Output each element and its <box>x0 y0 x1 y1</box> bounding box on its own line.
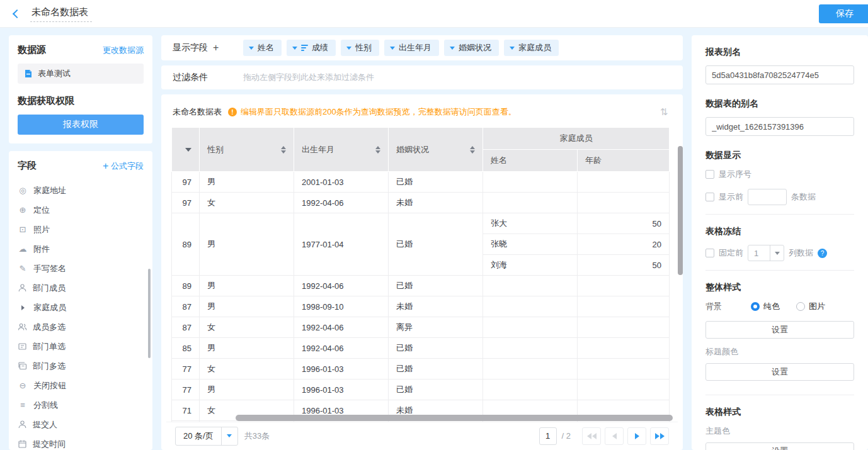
chevron-down-icon[interactable] <box>390 47 395 50</box>
vertical-scrollbar[interactable] <box>678 146 683 275</box>
filter-card: 过滤条件 拖动左侧字段到此处来添加过滤条件 <box>161 65 683 89</box>
field-item-submit-time[interactable]: 提交时间 <box>18 434 144 450</box>
freeze-checkbox[interactable] <box>705 249 714 257</box>
table-row[interactable]: 89男1977-01-04已婚 张大50 <box>172 213 670 234</box>
change-datasource-link[interactable]: 更改数据源 <box>103 45 144 56</box>
table-row[interactable]: 77男1996-01-03已婚 <box>172 380 670 400</box>
prev-page-button[interactable] <box>605 427 624 445</box>
chevron-down-icon[interactable] <box>450 47 455 50</box>
next-page-button[interactable] <box>627 427 646 445</box>
datasource-name: 表单测试 <box>38 68 71 79</box>
chip-name[interactable]: 姓名 <box>243 40 282 56</box>
form-document-icon <box>24 69 33 78</box>
field-item-dept-member[interactable]: 部门成员 <box>18 278 144 298</box>
field-item-locate[interactable]: 定位 <box>18 200 144 220</box>
family-age-header[interactable]: 年龄 <box>578 150 670 172</box>
marital-column-header[interactable]: 婚姻状况 <box>389 128 483 172</box>
table-alias-title: 数据表的别名 <box>705 98 854 110</box>
chevron-down-icon[interactable] <box>346 47 351 50</box>
fields-scrollbar[interactable] <box>148 269 151 358</box>
divider <box>705 395 854 395</box>
chevron-down-icon[interactable] <box>249 47 254 50</box>
field-item-dept-multi[interactable]: 部门多选 <box>18 356 144 376</box>
background-set-button[interactable]: 设置 <box>705 321 854 339</box>
family-group-header: 家庭成员 <box>483 128 670 150</box>
left-sidebar: 数据源 更改数据源 表单测试 数据获取权限 报表权限 字段 公式字段 家庭地址 … <box>9 35 152 450</box>
row-limit-input[interactable] <box>748 189 787 205</box>
add-formula-field-link[interactable]: 公式字段 <box>103 160 144 172</box>
field-item-photo[interactable]: 照片 <box>18 220 144 239</box>
page-title[interactable]: 未命名数据表 <box>30 5 92 22</box>
field-label: 定位 <box>33 205 50 216</box>
field-label: 家庭地址 <box>33 185 66 196</box>
sort-arrows-icon[interactable] <box>281 146 286 154</box>
horizontal-scrollbar[interactable] <box>236 415 673 421</box>
sort-toggle-icon[interactable] <box>655 103 673 121</box>
field-item-dept-single[interactable]: 部门单选 <box>18 337 144 356</box>
theme-color-set-button[interactable]: 设置 <box>705 442 854 450</box>
chip-birth[interactable]: 出生年月 <box>384 40 439 56</box>
gender-column-header[interactable]: 性别 <box>200 128 294 172</box>
table-row[interactable]: 77女1996-01-03已婚 <box>172 359 670 380</box>
filter-dropzone[interactable]: 拖动左侧字段到此处来添加过滤条件 <box>243 72 374 83</box>
chip-family[interactable]: 家庭成员 <box>504 40 559 56</box>
bg-image-option[interactable]: 图片 <box>796 301 825 312</box>
table-row[interactable]: 97男2001-01-03已婚 <box>172 172 670 193</box>
total-pages: / 2 <box>562 431 571 441</box>
help-icon[interactable] <box>818 249 827 258</box>
save-button[interactable]: 保存 <box>819 4 868 23</box>
family-name-header[interactable]: 姓名 <box>483 150 578 172</box>
table-row[interactable]: 87女1992-04-06离异 <box>172 317 670 338</box>
page-size-select[interactable]: 20 条/页 <box>175 427 238 446</box>
chip-gender[interactable]: 性别 <box>341 40 379 56</box>
back-icon[interactable] <box>13 9 21 18</box>
table-row[interactable]: 89男1992-04-06已婚 <box>172 276 670 296</box>
field-item-submitter[interactable]: 提交人 <box>18 415 144 434</box>
chip-label: 姓名 <box>258 42 274 53</box>
field-item-member-multi[interactable]: 成员多选 <box>18 317 144 337</box>
show-index-checkbox[interactable] <box>705 170 714 179</box>
chevron-down-icon <box>227 434 232 437</box>
field-item-divider[interactable]: 分割线 <box>18 395 144 415</box>
field-item-attachment[interactable]: 附件 <box>18 239 144 259</box>
topbar: 未命名数据表 保存 <box>0 0 868 28</box>
bg-solid-option[interactable]: 纯色 <box>751 301 780 312</box>
table-row[interactable]: 97女1992-04-06未婚 <box>172 193 670 213</box>
field-item-signature[interactable]: 手写签名 <box>18 259 144 278</box>
datasource-item[interactable]: 表单测试 <box>18 64 144 84</box>
table-row[interactable]: 87男1998-09-10未婚 <box>172 296 670 317</box>
freeze-count-select[interactable]: 1 <box>748 245 784 261</box>
report-alias-input[interactable] <box>705 65 854 84</box>
chip-marital[interactable]: 婚姻状况 <box>444 40 499 56</box>
field-item-address[interactable]: 家庭地址 <box>18 181 144 200</box>
chip-label: 性别 <box>355 42 372 53</box>
sort-arrows-icon[interactable] <box>470 146 475 154</box>
report-permission-button[interactable]: 报表权限 <box>18 115 144 135</box>
first-page-button[interactable] <box>582 427 601 445</box>
score-column-header[interactable] <box>172 128 200 172</box>
table-style-title: 表格样式 <box>705 407 854 418</box>
column-menu-caret-icon[interactable] <box>185 148 191 152</box>
birth-column-header[interactable]: 出生年月 <box>294 128 389 172</box>
show-first-checkbox[interactable] <box>705 193 714 201</box>
submit-time-icon <box>18 439 27 449</box>
current-page-input[interactable]: 1 <box>539 427 557 445</box>
table-alias-input[interactable] <box>705 117 854 136</box>
title-color-set-button[interactable]: 设置 <box>705 363 854 381</box>
double-chevron-right-icon <box>655 433 660 439</box>
theme-color-label: 主题色 <box>705 425 854 437</box>
add-display-field-button[interactable] <box>213 42 219 53</box>
table-row[interactable]: 85男1992-04-06已婚 <box>172 338 670 359</box>
field-label: 照片 <box>33 224 50 235</box>
fix-first-label: 固定前 <box>719 247 743 259</box>
last-page-button[interactable] <box>650 427 669 445</box>
field-item-family-member[interactable]: 家庭成员 <box>18 298 144 317</box>
close-button-icon <box>18 381 28 390</box>
chevron-down-icon[interactable] <box>510 47 515 50</box>
field-item-close-button[interactable]: 关闭按钮 <box>18 376 144 395</box>
cloud-upload-icon <box>18 244 28 254</box>
members-multi-icon <box>18 322 27 332</box>
chevron-down-icon[interactable] <box>292 47 297 50</box>
chip-score[interactable]: 成绩 <box>287 40 336 56</box>
sort-arrows-icon[interactable] <box>375 146 380 154</box>
